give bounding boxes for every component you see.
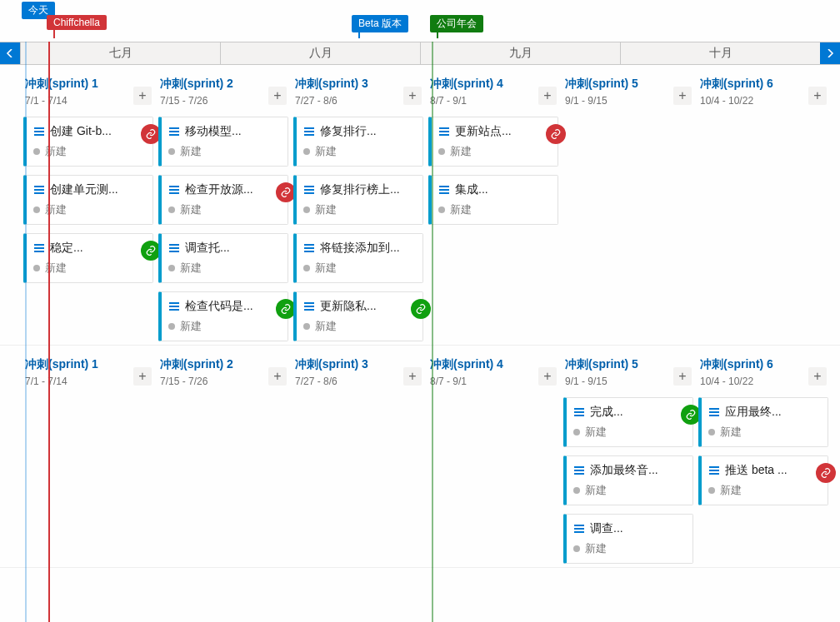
card-status: 新建 — [585, 541, 607, 556]
workitem-icon — [438, 184, 450, 196]
svg-rect-0 — [34, 127, 44, 129]
svg-rect-5 — [34, 192, 44, 194]
add-item-button[interactable]: + — [133, 87, 152, 105]
add-item-button[interactable]: + — [808, 87, 827, 105]
work-item-card[interactable]: 检查代码是...新建 — [158, 291, 288, 341]
card-status: 新建 — [45, 202, 67, 217]
work-item-card[interactable]: 更新隐私...新建 — [293, 291, 423, 341]
svg-rect-38 — [439, 192, 449, 194]
svg-rect-37 — [439, 189, 449, 191]
months-header: 七月 八月 九月 十月 — [0, 42, 840, 65]
card-title: 检查代码是... — [185, 299, 253, 314]
work-item-card[interactable]: 修复排行榜上...新建 — [293, 175, 423, 225]
sprint-column: 冲刺(sprint) 610/4 - 10/22+应用最终...新建推送 bet… — [698, 349, 828, 564]
card-title: 修复排行... — [320, 124, 377, 139]
add-item-button[interactable]: + — [268, 367, 287, 386]
svg-rect-7 — [34, 247, 44, 249]
add-item-button[interactable]: + — [673, 367, 692, 386]
svg-rect-23 — [304, 134, 314, 136]
scroll-left-button[interactable] — [0, 42, 20, 64]
svg-rect-42 — [574, 466, 584, 468]
svg-rect-48 — [709, 408, 719, 410]
card-status: 新建 — [315, 319, 337, 334]
svg-rect-50 — [709, 415, 719, 416]
add-item-button[interactable]: + — [403, 367, 422, 386]
svg-rect-19 — [169, 306, 179, 307]
workitem-icon — [168, 301, 180, 312]
svg-rect-6 — [34, 244, 44, 246]
card-status: 新建 — [315, 202, 337, 217]
board-row: 冲刺(sprint) 17/1 - 7/14+冲刺(sprint) 27/15 … — [0, 346, 840, 568]
work-item-card[interactable]: 调查...新建 — [563, 514, 693, 564]
svg-rect-2 — [34, 134, 44, 136]
work-item-card[interactable]: 更新站点...新建 — [428, 117, 558, 167]
scroll-right-button[interactable] — [820, 42, 840, 64]
sprint-column: 冲刺(sprint) 27/15 - 7/26+移动模型...新建检查开放源..… — [158, 68, 288, 341]
status-dot-icon — [573, 545, 580, 552]
card-status: 新建 — [45, 261, 67, 276]
svg-rect-8 — [34, 251, 44, 252]
svg-rect-22 — [304, 131, 314, 132]
work-item-card[interactable]: 将链接添加到...新建 — [293, 233, 423, 283]
svg-rect-32 — [304, 309, 314, 311]
work-item-card[interactable]: 调查托...新建 — [158, 233, 288, 283]
add-item-button[interactable]: + — [538, 367, 557, 386]
add-item-button[interactable]: + — [268, 87, 287, 105]
card-status: 新建 — [180, 319, 202, 334]
month-col: 八月 — [220, 42, 420, 64]
svg-rect-10 — [169, 131, 179, 132]
card-status: 新建 — [180, 202, 202, 217]
sprint-header: 冲刺(sprint) 37/27 - 8/6+ — [293, 349, 423, 389]
svg-rect-47 — [574, 531, 584, 533]
svg-rect-53 — [709, 473, 719, 475]
sprint-header: 冲刺(sprint) 17/1 - 7/14+ — [23, 349, 153, 389]
work-item-card[interactable]: 稳定...新建 — [23, 233, 153, 283]
work-item-card[interactable]: 修复排行...新建 — [293, 117, 423, 167]
svg-rect-28 — [304, 247, 314, 249]
workitem-icon — [573, 406, 585, 418]
add-item-button[interactable]: + — [403, 87, 422, 105]
card-title: 添加最终音... — [590, 463, 658, 478]
marker-chiffchella-label: Chiffchella — [47, 15, 107, 30]
status-dot-icon — [168, 323, 175, 330]
svg-rect-31 — [304, 306, 314, 307]
work-item-card[interactable]: 创建单元测...新建 — [23, 175, 153, 225]
sprint-header: 冲刺(sprint) 610/4 - 10/22+ — [698, 349, 828, 389]
work-item-card[interactable]: 创建 Git-b...新建 — [23, 117, 153, 167]
sprint-header: 冲刺(sprint) 27/15 - 7/26+ — [158, 68, 288, 108]
status-dot-icon — [303, 323, 310, 330]
sprint-column: 冲刺(sprint) 59/1 - 9/15+ — [563, 68, 693, 341]
svg-rect-20 — [169, 309, 179, 311]
card-title: 稳定... — [50, 241, 83, 256]
work-item-card[interactable]: 集成...新建 — [428, 175, 558, 225]
card-status: 新建 — [315, 144, 337, 159]
status-dot-icon — [708, 429, 715, 435]
sprint-column: 冲刺(sprint) 48/7 - 9/1+更新站点...新建集成...新建 — [428, 68, 558, 341]
card-status: 新建 — [720, 483, 742, 498]
work-item-card[interactable]: 检查开放源...新建 — [158, 175, 288, 225]
sprint-header: 冲刺(sprint) 59/1 - 9/15+ — [563, 68, 693, 108]
work-item-card[interactable]: 推送 beta ...新建 — [698, 455, 828, 505]
svg-rect-26 — [304, 192, 314, 194]
status-dot-icon — [573, 487, 580, 494]
add-item-button[interactable]: + — [133, 367, 152, 386]
add-item-button[interactable]: + — [538, 87, 557, 105]
svg-rect-1 — [34, 131, 44, 132]
svg-rect-30 — [304, 302, 314, 304]
timeline-markers: 今天 Chiffchella Beta 版本 公司年会 — [0, 0, 840, 42]
workitem-icon — [168, 184, 180, 196]
svg-rect-18 — [169, 302, 179, 304]
svg-rect-25 — [304, 189, 314, 191]
svg-rect-3 — [34, 186, 44, 187]
svg-rect-15 — [169, 244, 179, 246]
workitem-icon — [168, 242, 180, 254]
card-title: 创建 Git-b... — [50, 124, 112, 139]
work-item-card[interactable]: 应用最终...新建 — [698, 397, 828, 447]
work-item-card[interactable]: 移动模型...新建 — [158, 117, 288, 167]
add-item-button[interactable]: + — [808, 367, 827, 386]
work-item-card[interactable]: 添加最终音...新建 — [563, 455, 693, 505]
work-item-card[interactable]: 完成...新建 — [563, 397, 693, 447]
status-dot-icon — [438, 207, 445, 213]
add-item-button[interactable]: + — [673, 87, 692, 105]
sprint-header: 冲刺(sprint) 17/1 - 7/14+ — [23, 68, 153, 108]
